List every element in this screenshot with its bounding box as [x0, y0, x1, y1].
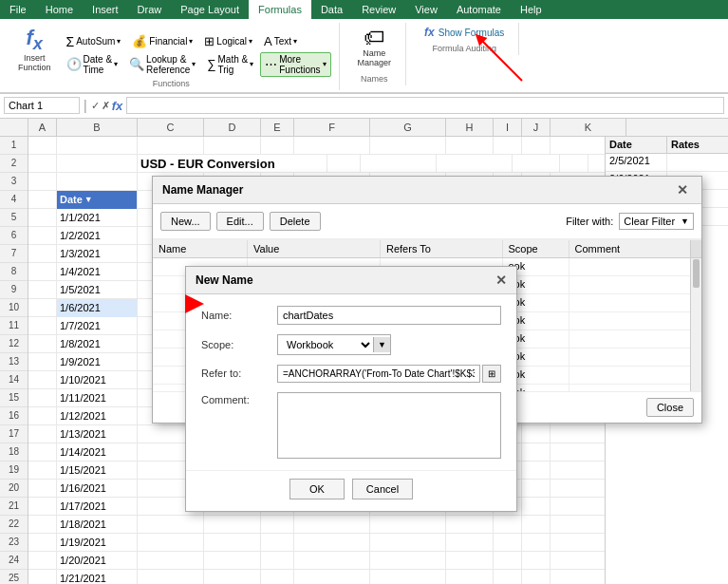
- nm-filter-dropdown[interactable]: Clear Filter ▼: [619, 213, 694, 230]
- cell-b4-header[interactable]: Date ▼: [57, 191, 138, 209]
- row-header-8: 8: [0, 263, 28, 281]
- cell-b6[interactable]: 1/2/2021: [57, 227, 138, 245]
- date-filter-arrow[interactable]: ▼: [84, 195, 93, 204]
- row-header-5: 5: [0, 209, 28, 227]
- nm-delete-button[interactable]: Delete: [270, 212, 321, 231]
- new-name-comment-textarea[interactable]: [277, 392, 501, 459]
- nm-scrollbar[interactable]: [690, 258, 701, 391]
- col-header-a: A: [28, 119, 57, 136]
- cell-b1[interactable]: [57, 137, 138, 155]
- name-manager-button[interactable]: 🏷 NameManager: [351, 23, 399, 72]
- new-name-refers-collapse-button[interactable]: ⊞: [482, 365, 501, 383]
- new-name-refers-label: Refer to:: [201, 367, 277, 379]
- new-name-refers-input[interactable]: [277, 365, 480, 383]
- autosum-label: AutoSum: [76, 36, 115, 47]
- text-dropdown-icon: ▾: [293, 37, 297, 46]
- tab-formulas[interactable]: Formulas: [249, 0, 311, 19]
- row-header-15: 15: [0, 389, 28, 407]
- cell-b3[interactable]: [57, 173, 138, 191]
- tab-review[interactable]: Review: [352, 0, 405, 19]
- functions-row1: Σ AutoSum ▾ 💰 Financial ▾ ⊞ Logical: [62, 32, 331, 51]
- tab-page-layout[interactable]: Page Layout: [171, 0, 249, 19]
- formula-input[interactable]: [126, 97, 724, 114]
- cell-a5[interactable]: [28, 209, 57, 227]
- datetime-button[interactable]: 🕐 Date &Time ▾: [62, 52, 123, 77]
- lookup-button[interactable]: 🔍 Lookup &Reference ▾: [124, 52, 200, 77]
- name-manager-label: NameManager: [358, 48, 392, 67]
- cell-e2[interactable]: [327, 155, 361, 173]
- row-header-1: 1: [0, 137, 28, 155]
- lookup-dropdown-icon: ▾: [192, 60, 196, 68]
- cell-a2[interactable]: [28, 155, 57, 173]
- cell-d1[interactable]: [204, 137, 261, 155]
- logical-icon: ⊞: [204, 34, 215, 48]
- cell-c1[interactable]: [138, 137, 204, 155]
- new-name-name-row: Name:: [201, 306, 501, 325]
- row-header-10: 10: [0, 299, 28, 317]
- cell-e1[interactable]: [261, 137, 294, 155]
- insert-function-button[interactable]: fx InsertFunction: [11, 23, 58, 77]
- new-name-footer: OK Cancel: [186, 470, 516, 511]
- show-formulas-button[interactable]: fx Show Formulas: [418, 23, 511, 42]
- cell-i2[interactable]: [560, 155, 588, 173]
- new-name-scope-container: Workbook ▼: [277, 334, 391, 355]
- new-name-scope-select[interactable]: Workbook: [278, 335, 373, 354]
- new-name-close-button[interactable]: ✕: [495, 273, 507, 288]
- cell-i1[interactable]: [494, 137, 522, 155]
- tab-insert[interactable]: Insert: [83, 0, 128, 19]
- tab-data[interactable]: Data: [311, 0, 352, 19]
- ribbon-group-formula-auditing: fx Show Formulas Formula Auditing: [410, 23, 519, 55]
- nm-new-button[interactable]: New...: [160, 212, 211, 231]
- cell-f2[interactable]: [361, 155, 437, 173]
- tab-help[interactable]: Help: [511, 0, 551, 19]
- tab-view[interactable]: View: [405, 0, 447, 19]
- cell-g2[interactable]: [437, 155, 513, 173]
- new-name-title-bar: New Name ✕: [186, 267, 516, 294]
- cell-title[interactable]: USD - EUR Conversion: [138, 155, 327, 173]
- lookup-label: Lookup &Reference: [146, 54, 190, 75]
- right-col-rates: Rates: [667, 137, 728, 153]
- tab-file[interactable]: File: [0, 0, 36, 19]
- autosum-dropdown-icon: ▾: [117, 37, 121, 46]
- row-header-17: 17: [0, 425, 28, 443]
- cell-b2[interactable]: [57, 155, 138, 173]
- row-header-21: 21: [0, 498, 28, 516]
- datetime-icon: 🕐: [66, 57, 82, 71]
- cell-h2[interactable]: [513, 155, 560, 173]
- tab-home[interactable]: Home: [36, 0, 83, 19]
- nm-edit-button[interactable]: Edit...: [216, 212, 264, 231]
- new-name-comment-label: Comment:: [201, 394, 277, 405]
- math-button[interactable]: ∑ Math &Trig ▾: [202, 52, 258, 77]
- cell-b5[interactable]: 1/1/2021: [57, 209, 138, 227]
- formula-bar: | ✓ ✗ fx: [0, 94, 728, 119]
- text-button[interactable]: A Text ▾: [259, 32, 302, 51]
- cell-a3[interactable]: [28, 173, 57, 191]
- new-name-scope-label: Scope:: [201, 339, 277, 350]
- tab-draw[interactable]: Draw: [128, 0, 172, 19]
- cell-a1[interactable]: [28, 137, 57, 155]
- new-name-name-input[interactable]: [277, 306, 501, 325]
- more-functions-button[interactable]: ⋯ MoreFunctions ▾: [260, 52, 330, 77]
- name-box[interactable]: [4, 97, 80, 114]
- row-header-18: 18: [0, 443, 28, 462]
- new-name-scope-dropdown-icon[interactable]: ▼: [373, 337, 390, 352]
- col-headers: A B C D E F G H I J K: [0, 119, 728, 137]
- tab-automate[interactable]: Automate: [447, 0, 511, 19]
- logical-button[interactable]: ⊞ Logical ▾: [199, 32, 257, 51]
- new-name-cancel-button[interactable]: Cancel: [352, 479, 413, 499]
- cell-g1[interactable]: [370, 137, 446, 155]
- lookup-icon: 🔍: [129, 57, 144, 71]
- cell-h1[interactable]: [446, 137, 494, 155]
- cell-f1[interactable]: [294, 137, 370, 155]
- name-manager-close-button[interactable]: ✕: [673, 182, 692, 198]
- new-name-refers-row: Refer to: ⊞: [201, 365, 501, 383]
- nm-close-dialog-button[interactable]: Close: [646, 398, 694, 417]
- row-header-25: 25: [0, 570, 28, 584]
- nm-col-header-scope: Scope: [503, 240, 569, 257]
- cell-j1[interactable]: [522, 137, 551, 155]
- cell-a4[interactable]: [28, 191, 57, 209]
- autosum-button[interactable]: Σ AutoSum ▾: [62, 32, 126, 51]
- financial-button[interactable]: 💰 Financial ▾: [127, 32, 197, 51]
- new-name-ok-button[interactable]: OK: [289, 479, 345, 499]
- cell-a6[interactable]: [28, 227, 57, 245]
